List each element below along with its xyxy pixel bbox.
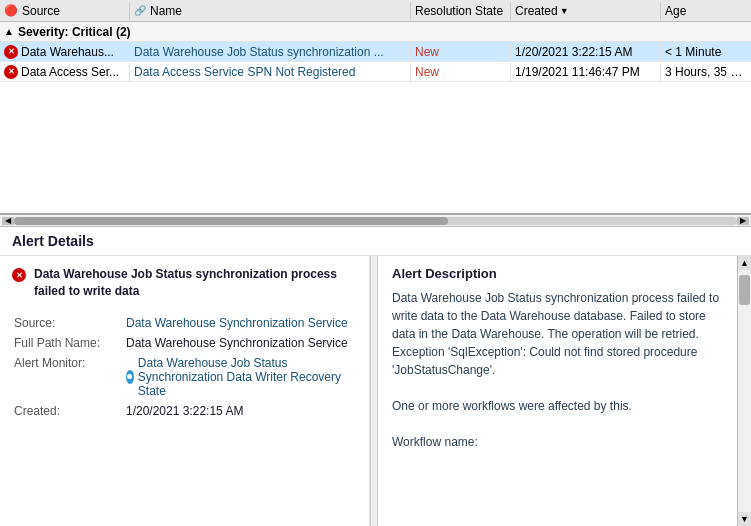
source-value: Data Warehouse Synchronization Service xyxy=(126,314,355,332)
source-label: Source: xyxy=(14,314,124,332)
alert-title-row: Data Warehouse Job Status synchronizatio… xyxy=(12,266,357,300)
table-row[interactable]: Data Access Ser... Data Access Service S… xyxy=(0,62,751,82)
cell-resolution-2: New xyxy=(411,63,511,81)
alert-title: Data Warehouse Job Status synchronizatio… xyxy=(34,266,357,300)
error-icon-2 xyxy=(4,65,18,79)
full-path-value: Data Warehouse Synchronization Service xyxy=(126,334,355,352)
scroll-left-button[interactable]: ◀ xyxy=(2,217,14,225)
sort-arrow-icon: ▼ xyxy=(560,6,569,16)
scroll-thumb xyxy=(14,217,448,225)
cell-created-1: 1/20/2021 3:22:15 AM xyxy=(511,43,661,61)
field-created: Created: 1/20/2021 3:22:15 AM xyxy=(14,402,355,420)
details-right-panel: Alert Description Data Warehouse Job Sta… xyxy=(378,256,737,526)
scroll-track[interactable] xyxy=(14,217,737,225)
expand-icon[interactable]: ▲ xyxy=(4,26,14,37)
scroll-down-button[interactable]: ▼ xyxy=(738,512,751,526)
monitor-icon xyxy=(126,370,134,384)
cell-age-1: < 1 Minute xyxy=(661,43,751,61)
error-icon-1 xyxy=(4,45,18,59)
v-scroll-thumb xyxy=(739,275,750,305)
alerts-table-area: 🔴 Source 🔗 Name Resolution State Created… xyxy=(0,0,751,215)
col-header-source[interactable]: 🔴 Source xyxy=(0,2,130,20)
col-header-name[interactable]: 🔗 Name xyxy=(130,2,411,20)
details-header: Alert Details xyxy=(0,227,751,256)
v-scroll-track[interactable] xyxy=(738,270,751,512)
col-header-resolution[interactable]: Resolution State xyxy=(411,2,511,20)
alert-description-text: Data Warehouse Job Status synchronizatio… xyxy=(392,289,723,451)
cell-name-2: Data Access Service SPN Not Registered xyxy=(130,63,411,81)
cell-name-1: Data Warehouse Job Status synchronizatio… xyxy=(130,43,411,61)
created-value: 1/20/2021 3:22:15 AM xyxy=(126,402,355,420)
cell-resolution-1: New xyxy=(411,43,511,61)
full-path-label: Full Path Name: xyxy=(14,334,124,352)
alert-error-icon xyxy=(12,268,26,282)
horizontal-scrollbar[interactable]: ◀ ▶ xyxy=(0,215,751,227)
monitor-value: Data Warehouse Job Status Synchronizatio… xyxy=(126,354,355,400)
details-fields-table: Source: Data Warehouse Synchronization S… xyxy=(12,312,357,422)
details-left-panel: Data Warehouse Job Status synchronizatio… xyxy=(0,256,370,526)
col-header-age[interactable]: Age xyxy=(661,2,751,20)
source-link[interactable]: Data Warehouse Synchronization Service xyxy=(126,316,348,330)
field-source: Source: Data Warehouse Synchronization S… xyxy=(14,314,355,332)
col-header-created[interactable]: Created ▼ xyxy=(511,2,661,20)
table-header-row: 🔴 Source 🔗 Name Resolution State Created… xyxy=(0,0,751,22)
cell-source-2: Data Access Ser... xyxy=(0,63,130,81)
table-body: ▲ Severity: Critical (2) Data Warehaus..… xyxy=(0,22,751,213)
scroll-right-button[interactable]: ▶ xyxy=(737,217,749,225)
scroll-up-button[interactable]: ▲ xyxy=(738,256,751,270)
field-monitor: Alert Monitor: Data Warehouse Job Status… xyxy=(14,354,355,400)
vertical-scrollbar[interactable]: ▲ ▼ xyxy=(737,256,751,526)
alert-details-area: Alert Details Data Warehouse Job Status … xyxy=(0,227,751,526)
monitor-link[interactable]: Data Warehouse Job Status Synchronizatio… xyxy=(126,356,355,398)
alert-description-header: Alert Description xyxy=(392,266,723,281)
cell-age-2: 3 Hours, 35 Mi... xyxy=(661,63,751,81)
cell-created-2: 1/19/2021 11:46:47 PM xyxy=(511,63,661,81)
details-content: Data Warehouse Job Status synchronizatio… xyxy=(0,256,751,526)
table-row[interactable]: Data Warehaus... Data Warehouse Job Stat… xyxy=(0,42,751,62)
created-label: Created: xyxy=(14,402,124,420)
monitor-label: Alert Monitor: xyxy=(14,354,124,400)
panel-resize-handle[interactable] xyxy=(370,256,378,526)
severity-group-row: ▲ Severity: Critical (2) xyxy=(0,22,751,42)
cell-source-1: Data Warehaus... xyxy=(0,43,130,61)
field-full-path: Full Path Name: Data Warehouse Synchroni… xyxy=(14,334,355,352)
